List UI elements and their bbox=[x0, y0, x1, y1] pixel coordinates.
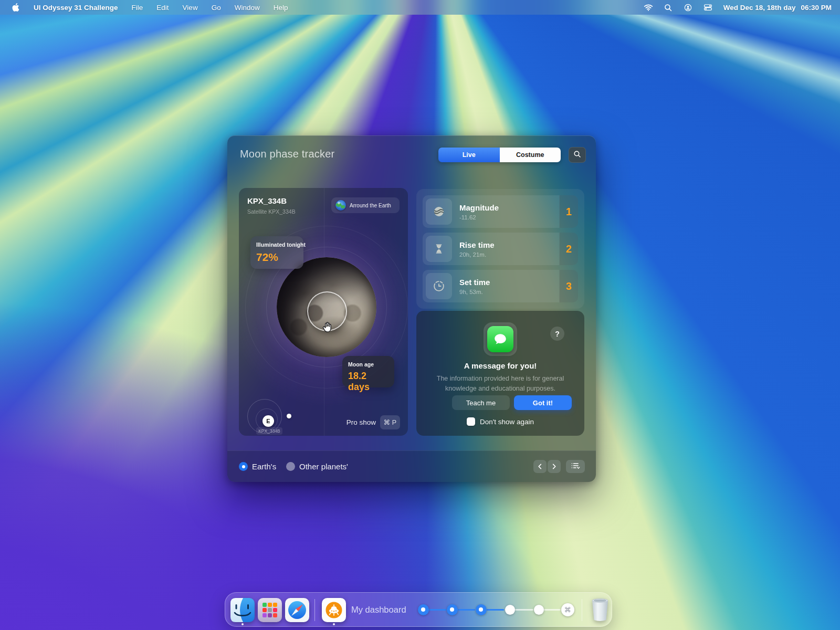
step-connector bbox=[458, 609, 475, 611]
list-chevron-icon bbox=[570, 461, 581, 472]
message-body: The information provided here is for gen… bbox=[432, 374, 569, 394]
orbit-badge-label: Arround the Earth bbox=[350, 203, 391, 208]
stat-title: Set time bbox=[459, 278, 490, 287]
menu-app-name[interactable]: UI Odyssey 31 Challenge bbox=[34, 4, 118, 12]
got-it-button[interactable]: Got it! bbox=[514, 395, 572, 410]
step-connector bbox=[429, 609, 446, 611]
stat-row-magnitude[interactable]: Magnitude -11.62 1 bbox=[423, 195, 578, 228]
stat-title: Rise time bbox=[459, 240, 495, 249]
step-connector bbox=[515, 609, 533, 611]
view-mode-toggle: Live Costume bbox=[438, 148, 561, 162]
window-title: Moon phase tracker bbox=[240, 148, 334, 160]
satellite-subtitle: Satellite KPX_334B bbox=[247, 208, 296, 215]
sphere-layers-icon bbox=[426, 198, 452, 225]
prev-button[interactable] bbox=[533, 460, 547, 473]
search-button[interactable] bbox=[569, 147, 586, 163]
moon-age-value: 18.2 days bbox=[348, 371, 388, 393]
dashboard-app-icon[interactable] bbox=[322, 598, 346, 622]
radio-unselected-icon[interactable] bbox=[286, 462, 295, 471]
desktop: UI Odyssey 31 Challenge File Edit View G… bbox=[0, 0, 840, 630]
step-dot-2-done[interactable] bbox=[447, 604, 458, 615]
step-connector bbox=[544, 609, 561, 611]
clock-icon bbox=[426, 273, 452, 299]
pro-show-shortcut[interactable]: ⌘ P bbox=[380, 415, 400, 429]
stat-row-set-time[interactable]: Set time 9h, 53m. 3 bbox=[423, 270, 578, 302]
wifi-icon[interactable] bbox=[644, 3, 653, 12]
search-icon bbox=[573, 150, 581, 160]
radio-selected-icon[interactable] bbox=[239, 462, 248, 471]
menu-view[interactable]: View bbox=[183, 4, 198, 12]
dock-divider bbox=[314, 599, 315, 621]
dont-show-again-row: Don't show again bbox=[416, 417, 584, 426]
radio-earths[interactable]: Earth's bbox=[239, 462, 276, 471]
earth-icon bbox=[335, 200, 346, 211]
illuminated-value: 72% bbox=[256, 251, 298, 264]
menu-bar: UI Odyssey 31 Challenge File Edit View G… bbox=[0, 0, 840, 15]
step-dot-1-done[interactable] bbox=[418, 604, 429, 615]
step-dot-command[interactable]: ⌘ bbox=[561, 603, 574, 616]
menu-clock[interactable]: 06:30 PM bbox=[801, 4, 832, 12]
menu-go[interactable]: Go bbox=[212, 4, 221, 12]
safari-icon[interactable] bbox=[285, 598, 309, 622]
stats-panel: Magnitude -11.62 1 Rise time 20h, 21m. 2 bbox=[416, 189, 584, 309]
list-view-button[interactable] bbox=[566, 460, 585, 473]
search-icon[interactable] bbox=[664, 3, 673, 12]
trash-icon[interactable] bbox=[591, 597, 610, 622]
dock: My dashboard ⌘ bbox=[225, 592, 612, 627]
stat-title: Magnitude bbox=[459, 203, 499, 212]
messages-app-frame bbox=[484, 322, 517, 356]
illuminated-label: Illuminated tonight bbox=[256, 242, 298, 248]
message-title: A message for you! bbox=[416, 361, 584, 370]
launchpad-icon[interactable] bbox=[258, 598, 282, 622]
radio-other-planets[interactable]: Other planets' bbox=[286, 462, 348, 471]
window-footer: Earth's Other planets' bbox=[227, 450, 596, 482]
chevron-left-icon bbox=[537, 462, 543, 471]
moon-age-chip: Moon age 18.2 days bbox=[342, 356, 394, 387]
hand-cursor-icon bbox=[320, 320, 334, 334]
satellite-name: KPX_334B bbox=[247, 196, 287, 205]
orbit-badge[interactable]: Arround the Earth bbox=[331, 197, 400, 213]
earth-marker[interactable]: E bbox=[262, 415, 274, 427]
toggle-costume[interactable]: Costume bbox=[500, 148, 561, 162]
toggle-live[interactable]: Live bbox=[438, 148, 500, 162]
stat-value: -11.62 bbox=[459, 214, 499, 220]
step-connector bbox=[487, 609, 504, 611]
help-button[interactable]: ? bbox=[550, 327, 564, 341]
satellite-panel: KPX_334B Satellite KPX_334B Arround the … bbox=[239, 188, 408, 436]
next-button[interactable] bbox=[548, 460, 561, 473]
menu-date[interactable]: Wed Dec 18, 18th day bbox=[723, 4, 796, 12]
stat-rank: 1 bbox=[559, 195, 578, 228]
stat-value: 20h, 21m. bbox=[459, 251, 495, 258]
step-dot-4-pending[interactable] bbox=[505, 605, 515, 615]
messages-icon[interactable] bbox=[487, 326, 513, 352]
control-center-icon[interactable] bbox=[704, 3, 713, 12]
running-indicator-finder bbox=[242, 623, 244, 625]
radio-earths-label: Earth's bbox=[252, 462, 276, 471]
apple-logo-icon[interactable] bbox=[10, 3, 20, 12]
pro-show-label: Pro show bbox=[318, 418, 376, 426]
stat-rank: 3 bbox=[559, 270, 578, 302]
teach-me-button[interactable]: Teach me bbox=[452, 395, 510, 410]
step-dot-5-pending[interactable] bbox=[534, 605, 544, 615]
chevron-right-icon bbox=[551, 462, 557, 471]
satellite-marker[interactable] bbox=[287, 414, 291, 418]
menu-edit[interactable]: Edit bbox=[156, 4, 169, 12]
menu-file[interactable]: File bbox=[132, 4, 143, 12]
dont-show-again-checkbox[interactable] bbox=[467, 417, 475, 426]
running-indicator-dashboard bbox=[333, 623, 335, 625]
stat-row-rise-time[interactable]: Rise time 20h, 21m. 2 bbox=[423, 233, 578, 265]
dashboard-label: My dashboard bbox=[351, 605, 406, 615]
dont-show-again-label: Don't show again bbox=[480, 418, 534, 426]
message-card: ? A message for you! The information pro… bbox=[416, 311, 584, 436]
radio-other-planets-label: Other planets' bbox=[299, 462, 348, 471]
finder-icon[interactable] bbox=[230, 598, 255, 622]
stat-value: 9h, 53m. bbox=[459, 289, 490, 295]
step-dot-3-done[interactable] bbox=[476, 604, 487, 615]
user-icon[interactable] bbox=[684, 3, 693, 12]
orbit-diagram-label: KPX_334B bbox=[256, 427, 282, 435]
menu-help[interactable]: Help bbox=[274, 4, 288, 12]
hourglass-icon bbox=[426, 236, 452, 262]
dock-divider bbox=[582, 599, 582, 621]
moon-age-label: Moon age bbox=[348, 361, 388, 368]
menu-window[interactable]: Window bbox=[235, 4, 260, 12]
